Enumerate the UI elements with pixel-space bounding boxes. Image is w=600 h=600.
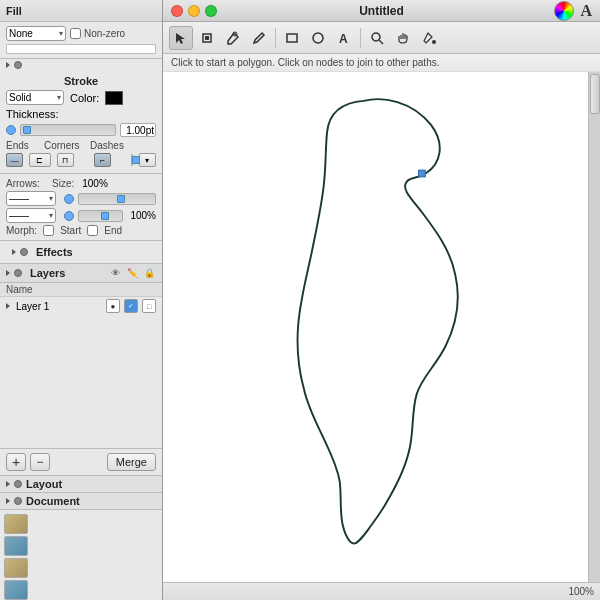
arrows-size-slider-2[interactable] [78, 210, 123, 222]
fill-type-select[interactable]: None ▾ [6, 26, 66, 41]
effects-expand-row[interactable]: Effects [6, 244, 156, 260]
layers-title: Layers [30, 267, 65, 279]
ends-btn-2[interactable]: ⊏ [29, 153, 50, 167]
minimize-btn[interactable] [188, 5, 200, 17]
dashes-thumb [132, 156, 140, 164]
status-text: Click to start a polygon. Click on nodes… [171, 57, 439, 68]
path-node[interactable] [419, 170, 426, 177]
thickness-thumb [23, 126, 31, 134]
close-btn[interactable] [171, 5, 183, 17]
title-right-controls: A [554, 1, 592, 21]
dashes-slider[interactable] [131, 154, 133, 166]
text-tool[interactable]: A [332, 26, 356, 50]
stroke-type-arrow: ▾ [57, 93, 61, 102]
end-label: End [104, 225, 122, 236]
svg-point-7 [432, 40, 436, 44]
title-bar: Untitled A [163, 0, 600, 22]
corners-btn-1[interactable]: ⌐ [94, 153, 111, 167]
thickness-slider[interactable] [20, 124, 116, 136]
thickness-input[interactable] [120, 123, 156, 137]
drawing-canvas[interactable] [163, 72, 600, 582]
font-a-icon[interactable]: A [580, 2, 592, 20]
expand-row-1[interactable] [0, 59, 162, 71]
name-column: Name [6, 284, 156, 295]
zoom-value: 100% [568, 586, 594, 597]
ends-btn-1[interactable]: — [6, 153, 23, 167]
left-panel: Fill None ▾ Non-zero Stroke Solid ▾ [0, 0, 163, 600]
layers-eye-icon[interactable]: 👁 [108, 266, 122, 280]
layer-row-1[interactable]: Layer 1 ● ✓ □ [0, 297, 162, 315]
layers-circle [14, 269, 22, 277]
layer-1-edit[interactable]: ✓ [124, 299, 138, 313]
paintbucket-tool[interactable] [417, 26, 441, 50]
tool-sep-1 [275, 28, 276, 48]
nonzero-label: Non-zero [84, 28, 125, 39]
expand-circle-1 [14, 61, 22, 69]
fill-section: None ▾ Non-zero [0, 22, 162, 59]
rect-tool[interactable] [280, 26, 304, 50]
stroke-type-select[interactable]: Solid ▾ [6, 90, 64, 105]
color-wheel-icon[interactable] [554, 1, 574, 21]
arrows-size-icon-2 [64, 211, 74, 221]
svg-rect-0 [205, 36, 209, 40]
layers-edit-icon[interactable]: ✏️ [125, 266, 139, 280]
ends-btn-3[interactable]: ⊓ [57, 153, 74, 167]
layers-expand[interactable]: Layers [6, 267, 65, 279]
stroke-section: Stroke Solid ▾ Color: Thickness: Ends Co… [0, 71, 162, 174]
bird-path [298, 99, 458, 543]
scrollbar-thumb-v[interactable] [590, 74, 600, 114]
footer-icon-4[interactable] [4, 580, 28, 600]
bottom-bar: 100% [163, 582, 600, 600]
stroke-color-swatch[interactable] [105, 91, 123, 105]
layer-1-name: Layer 1 [16, 301, 102, 312]
ends-label: Ends [6, 140, 38, 151]
arrows-end-select[interactable]: —— ▾ [6, 208, 56, 223]
hand-tool[interactable] [391, 26, 415, 50]
select-tool[interactable] [169, 26, 193, 50]
footer-icon-3[interactable] [4, 558, 28, 578]
document-label: Document [26, 495, 80, 507]
bottom-buttons: + − Merge [0, 449, 162, 476]
corners-label: Corners [44, 140, 84, 151]
nonzero-checkbox[interactable] [70, 28, 81, 39]
svg-text:A: A [339, 32, 348, 45]
pencil-tool[interactable] [247, 26, 271, 50]
layers-section: Layers 👁 ✏️ 🔒 Name Layer 1 ● ✓ □ [0, 264, 162, 449]
remove-layer-btn[interactable]: − [30, 453, 50, 471]
status-bar: Click to start a polygon. Click on nodes… [163, 54, 600, 72]
size-value-2: 100% [130, 210, 156, 221]
panel-title: Fill [0, 0, 162, 22]
ellipse-tool[interactable] [306, 26, 330, 50]
merge-button[interactable]: Merge [107, 453, 156, 471]
arrows-size-slider-1[interactable] [78, 193, 156, 205]
layers-triangle [6, 270, 10, 276]
dashes-btn[interactable]: ▾ [139, 153, 156, 167]
layout-circle [14, 480, 22, 488]
arrows-start-arrow: ▾ [49, 194, 53, 203]
layers-lock-icon[interactable]: 🔒 [142, 266, 156, 280]
maximize-btn[interactable] [205, 5, 217, 17]
arrows-label: Arrows: [6, 178, 46, 189]
arrows-size-icon-1 [64, 194, 74, 204]
layout-row[interactable]: Layout [0, 476, 162, 493]
vertical-scrollbar[interactable] [588, 72, 600, 582]
document-row[interactable]: Document [0, 493, 162, 510]
footer-icon-1[interactable] [4, 514, 28, 534]
footer-icon-2[interactable] [4, 536, 28, 556]
canvas-area[interactable] [163, 72, 600, 582]
layer-1-lock[interactable]: □ [142, 299, 156, 313]
morph-label: Morph: [6, 225, 37, 236]
document-circle [14, 497, 22, 505]
pen-tool[interactable] [221, 26, 245, 50]
expand-triangle-1 [6, 62, 10, 68]
arrows-start-select[interactable]: —— ▾ [6, 191, 56, 206]
layout-triangle [6, 481, 10, 487]
morph-start-checkbox[interactable] [43, 225, 54, 236]
zoom-tool[interactable] [365, 26, 389, 50]
arrows-size-thumb-1 [117, 195, 125, 203]
layers-columns: Name [0, 283, 162, 297]
morph-end-checkbox[interactable] [87, 225, 98, 236]
node-tool[interactable] [195, 26, 219, 50]
add-layer-btn[interactable]: + [6, 453, 26, 471]
layer-1-vis[interactable]: ● [106, 299, 120, 313]
